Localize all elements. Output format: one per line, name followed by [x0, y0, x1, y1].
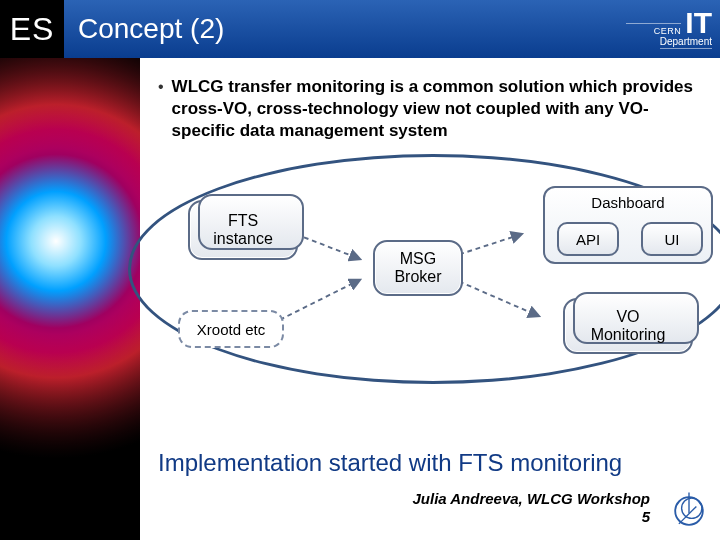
- bullet-marker: •: [158, 76, 164, 142]
- sidebar-graphic: [0, 58, 140, 540]
- cern-logo-icon: [666, 488, 712, 534]
- footer-address: CERN IT Department CH-1211 Geneva 23 Swi…: [4, 490, 136, 534]
- brand-it: IT: [685, 10, 712, 36]
- author-name: Julia Andreeva, WLCG Workshop: [412, 490, 650, 507]
- cern-it-logo: CERN IT Department: [592, 0, 712, 58]
- slide-title: Concept (2) CERN IT Department: [64, 0, 720, 58]
- node-msg-broker: MSG Broker: [373, 240, 463, 296]
- bullet-text: WLCG transfer monitoring is a common sol…: [172, 76, 710, 142]
- bullet-row: • WLCG transfer monitoring is a common s…: [158, 76, 710, 142]
- node-xrootd: Xrootd etc: [178, 310, 284, 348]
- slide: ES Concept (2) CERN IT Department • WLCG…: [0, 0, 720, 540]
- node-dashboard: Dashboard API UI: [543, 186, 713, 264]
- svg-point-5: [682, 498, 702, 518]
- brand-department: Department: [660, 36, 712, 49]
- node-api: API: [557, 222, 619, 256]
- es-badge: ES: [0, 0, 64, 58]
- node-fts: FTS instance: [188, 200, 298, 260]
- header-bar: ES Concept (2) CERN IT Department: [0, 0, 720, 58]
- implementation-text: Implementation started with FTS monitori…: [158, 448, 622, 478]
- address-url: www.cern.ch/it: [4, 523, 136, 534]
- node-vo-monitoring: VO Monitoring: [563, 298, 693, 354]
- dashboard-label: Dashboard: [591, 194, 664, 211]
- address-line1: CERN IT Department: [4, 490, 136, 501]
- author-line: Julia Andreeva, WLCG Workshop 5: [412, 490, 650, 526]
- page-number: 5: [642, 508, 650, 525]
- address-line2: CH-1211 Geneva 23: [4, 501, 136, 512]
- diagram: FTS instance MSG Broker Xrootd etc Dashb…: [158, 162, 710, 392]
- address-line3: Switzerland: [4, 512, 136, 523]
- node-ui: UI: [641, 222, 703, 256]
- title-text: Concept (2): [78, 13, 224, 45]
- content-area: • WLCG transfer monitoring is a common s…: [140, 58, 720, 540]
- brand-cern: CERN: [626, 23, 681, 36]
